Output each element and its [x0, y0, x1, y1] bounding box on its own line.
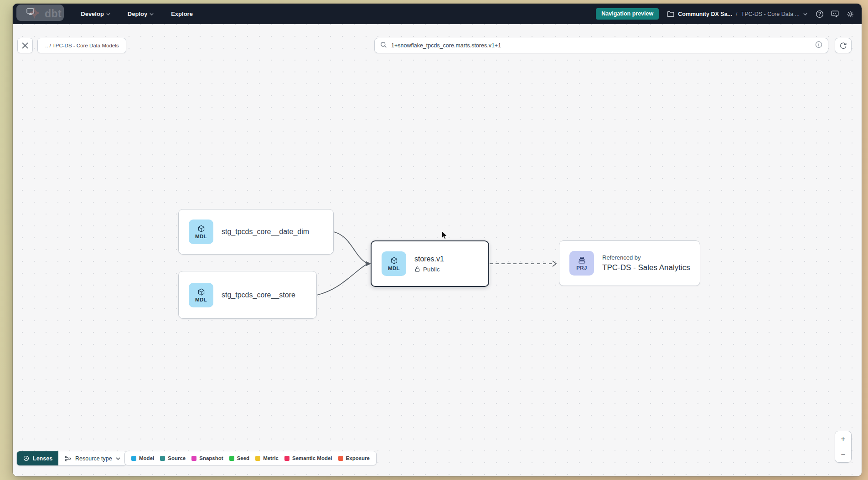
badge-label: MDL [195, 234, 207, 239]
project-badge: PRJ [569, 251, 594, 276]
lock-open-icon [414, 266, 420, 272]
header-right: Navigation preview Community DX Sa... / … [596, 8, 854, 20]
app-window: dbt Develop Deploy Explore Navigation pr… [13, 4, 862, 476]
legend-label: Seed [237, 455, 250, 461]
lens-aperture-icon [23, 455, 30, 462]
legend-swatch [131, 456, 136, 461]
breadcrumb-page: TPC-DS - Core Data ... [741, 11, 800, 17]
primary-nav: Develop Deploy Explore [81, 10, 193, 17]
lenses-toolbar: Lenses Resource type [16, 451, 127, 466]
zoom-controls: + − [835, 431, 852, 463]
refresh-icon [839, 42, 847, 50]
info-icon[interactable] [815, 41, 822, 50]
model-badge: MDL [382, 251, 406, 276]
legend-label: Model [139, 455, 154, 461]
refresh-button[interactable] [835, 38, 852, 53]
edge-store-to-stores [317, 265, 366, 295]
screen-share-tab [16, 5, 64, 21]
legend-label: Exposure [346, 455, 370, 461]
legend-item-metric: Metric [255, 455, 279, 461]
edge-arrowhead-open [553, 261, 556, 266]
close-button[interactable] [17, 38, 33, 53]
legend-swatch [191, 456, 196, 461]
feedback-icon[interactable] [831, 10, 839, 18]
chevron-down-icon [106, 13, 110, 15]
chevron-down-icon [803, 13, 807, 15]
chevron-down-icon [116, 457, 120, 460]
model-cube-icon [197, 225, 206, 233]
legend-label: Semantic Model [292, 455, 332, 461]
legend-swatch [160, 456, 165, 461]
lineage-node-stg-date-dim[interactable]: MDL stg_tpcds_core__date_dim [178, 209, 334, 255]
breadcrumb-separator: / [736, 11, 737, 17]
nav-item-deploy[interactable]: Deploy [128, 10, 154, 17]
access-label: Public [423, 266, 440, 273]
badge-label: PRJ [576, 265, 587, 271]
node-kicker: Referenced by [602, 254, 690, 261]
search-icon [380, 41, 387, 50]
legend-item-snapshot: Snapshot [191, 455, 223, 461]
node-label: stg_tpcds_core__store [222, 291, 295, 299]
navigation-preview-badge: Navigation preview [596, 8, 659, 20]
nav-item-explore[interactable]: Explore [171, 10, 193, 17]
model-cube-icon [390, 256, 398, 265]
legend-swatch [229, 456, 234, 461]
resource-type-label: Resource type [75, 455, 112, 462]
node-access: Public [414, 266, 444, 273]
help-icon[interactable] [816, 10, 824, 18]
legend-item-semantic-model: Semantic Model [284, 455, 332, 461]
legend-label: Snapshot [199, 455, 223, 461]
mouse-cursor [441, 230, 448, 242]
legend-swatch [338, 456, 343, 461]
breadcrumb-chip[interactable]: .. / TPC-DS - Core Data Models [37, 38, 126, 53]
nav-item-label: Deploy [128, 10, 147, 17]
lenses-label: Lenses [33, 455, 52, 462]
legend-label: Source [168, 455, 186, 461]
node-text: stores.v1 Public [414, 255, 444, 273]
breadcrumb-chip-label: .. / TPC-DS - Core Data Models [45, 43, 119, 48]
legend-item-seed: Seed [229, 455, 250, 461]
model-badge: MDL [189, 220, 213, 244]
node-label: TPC-DS - Sales Analytics [602, 263, 690, 272]
project-stack-icon [578, 256, 586, 265]
lenses-button[interactable]: Lenses [17, 451, 58, 465]
lineage-node-referenced-project[interactable]: PRJ Referenced by TPC-DS - Sales Analyti… [559, 240, 700, 286]
monitor-icon [26, 8, 36, 17]
node-label: stg_tpcds_core__date_dim [222, 228, 309, 236]
badge-label: MDL [195, 297, 207, 302]
lineage-node-stores-v1[interactable]: MDL stores.v1 Public [371, 240, 489, 287]
node-text: Referenced by TPC-DS - Sales Analytics [602, 254, 690, 272]
zoom-out-button[interactable]: − [835, 447, 851, 462]
header-icons [816, 10, 854, 18]
model-badge: MDL [189, 283, 213, 307]
resource-type-legend: Model Source Snapshot Seed Metric Semant… [124, 451, 377, 465]
close-icon [22, 42, 28, 49]
desktop-background: dbt Develop Deploy Explore Navigation pr… [0, 0, 868, 480]
chevron-down-icon [150, 13, 154, 15]
dag-icon [64, 455, 72, 462]
legend-swatch [284, 456, 289, 461]
nav-item-develop[interactable]: Develop [81, 10, 110, 17]
nav-item-label: Develop [81, 10, 104, 17]
breadcrumb[interactable]: Community DX Sa... / TPC-DS - Core Data … [667, 11, 807, 17]
model-cube-icon [197, 288, 206, 296]
legend-item-source: Source [160, 455, 186, 461]
gear-icon[interactable] [846, 10, 854, 18]
legend-item-model: Model [131, 455, 154, 461]
node-label: stores.v1 [414, 255, 444, 263]
lineage-search [374, 38, 828, 53]
lineage-canvas[interactable]: .. / TPC-DS - Core Data Models [13, 24, 862, 476]
zoom-in-button[interactable]: + [835, 431, 851, 447]
breadcrumb-project: Community DX Sa... [678, 11, 732, 17]
edge-date-dim-to-stores [334, 232, 366, 263]
legend-label: Metric [263, 455, 279, 461]
legend-swatch [255, 456, 260, 461]
badge-label: MDL [388, 266, 400, 271]
legend-item-exposure: Exposure [338, 455, 370, 461]
resource-type-button[interactable]: Resource type [58, 451, 126, 465]
lineage-node-stg-store[interactable]: MDL stg_tpcds_core__store [178, 271, 317, 319]
folder-icon [667, 11, 674, 17]
nav-item-label: Explore [171, 10, 193, 17]
search-input[interactable] [391, 42, 811, 49]
top-nav-bar: dbt Develop Deploy Explore Navigation pr… [13, 4, 862, 24]
